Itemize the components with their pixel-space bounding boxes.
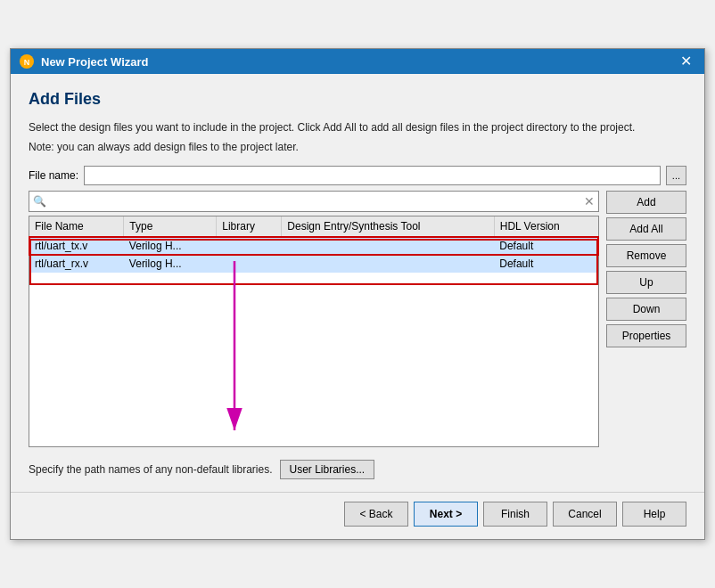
file-table: File Name Type Library Design Entry/Synt… (29, 216, 598, 433)
app-icon: N (20, 54, 34, 69)
next-button[interactable]: Next > (414, 502, 478, 527)
bottom-row: Specify the path names of any non-defaul… (29, 460, 599, 479)
table-body: rtl/uart_tx.v Verilog H... Default rtl/u… (29, 237, 598, 434)
cell-type-1: Verilog H... (124, 255, 217, 273)
cell-filename-1: rtl/uart_rx.v (29, 255, 124, 273)
table-row[interactable]: rtl/uart_tx.v Verilog H... Default (29, 237, 598, 256)
properties-button[interactable]: Properties (606, 324, 686, 347)
col-filename: File Name (29, 216, 124, 237)
cell-filename-0: rtl/uart_tx.v (29, 237, 124, 256)
cell-library-1 (217, 255, 282, 273)
title-bar: N New Project Wizard ✕ (11, 49, 704, 74)
remove-button[interactable]: Remove (606, 244, 686, 267)
footer: < Back Next > Finish Cancel Help (11, 492, 704, 539)
help-button[interactable]: Help (622, 502, 686, 527)
window-title: New Project Wizard (41, 55, 149, 69)
file-table-container: File Name Type Library Design Entry/Synt… (29, 216, 599, 447)
clear-search-icon[interactable]: ✕ (584, 195, 595, 208)
table-body-wrapper: File Name Type Library Design Entry/Synt… (29, 216, 598, 433)
back-button[interactable]: < Back (344, 502, 408, 527)
cell-library-0 (217, 237, 282, 256)
close-button[interactable]: ✕ (677, 54, 695, 69)
cell-hdl-version-0: Default (494, 237, 598, 256)
cell-type-0: Verilog H... (124, 237, 217, 256)
file-name-input[interactable] (84, 166, 661, 185)
search-input[interactable] (50, 195, 584, 208)
col-design-tool: Design Entry/Synthesis Tool (282, 216, 494, 237)
content-area: Add Files Select the design files you wa… (11, 74, 704, 492)
table-header: File Name Type Library Design Entry/Synt… (29, 216, 598, 237)
bottom-text: Specify the path names of any non-defaul… (29, 463, 273, 476)
browse-button[interactable]: ... (666, 166, 686, 185)
table-row-empty (29, 273, 598, 433)
up-button[interactable]: Up (606, 271, 686, 294)
table-row[interactable]: rtl/uart_rx.v Verilog H... Default (29, 255, 598, 273)
finish-button[interactable]: Finish (483, 502, 547, 527)
user-libraries-button[interactable]: User Libraries... (280, 460, 375, 479)
search-icon: 🔍 (33, 195, 46, 208)
file-input-row: File name: ... (29, 166, 686, 185)
down-button[interactable]: Down (606, 298, 686, 321)
main-area: 🔍 ✕ File Name Type Library (29, 191, 686, 479)
cell-hdl-version-1: Default (494, 255, 598, 273)
file-name-label: File name: (29, 169, 78, 182)
search-row: 🔍 ✕ (29, 191, 599, 212)
col-type: Type (124, 216, 217, 237)
col-hdl-version: HDL Version (494, 216, 598, 237)
col-library: Library (217, 216, 282, 237)
wizard-window: N New Project Wizard ✕ Add Files Select … (10, 48, 705, 540)
description-text: Select the design files you want to incl… (29, 119, 686, 135)
add-button[interactable]: Add (606, 191, 686, 214)
left-panel: 🔍 ✕ File Name Type Library (29, 191, 599, 479)
svg-text:N: N (24, 58, 30, 67)
right-panel: Add Add All Remove Up Down Properties (606, 191, 686, 479)
note-text: Note: you can always add design files to… (29, 141, 686, 153)
cancel-button[interactable]: Cancel (553, 502, 617, 527)
cell-design-tool-1 (282, 255, 494, 273)
cell-design-tool-0 (282, 237, 494, 256)
add-all-button[interactable]: Add All (606, 217, 686, 241)
page-title: Add Files (29, 90, 686, 109)
